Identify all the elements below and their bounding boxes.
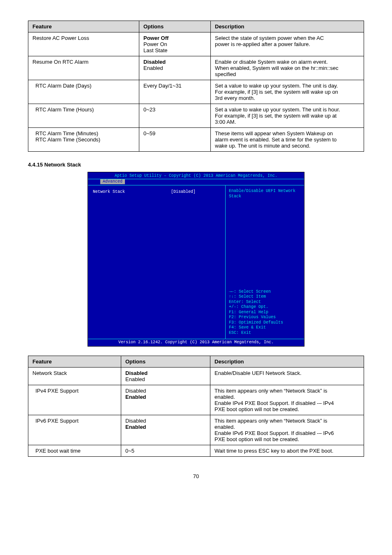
cell-feature: RTC Alarm Date (Days) bbox=[28, 80, 139, 104]
bios-key: F4: Save & Exit bbox=[229, 325, 301, 331]
cell-options: Power Off Power On Last State bbox=[139, 32, 211, 56]
cell-feature: IPv6 PXE Support bbox=[28, 415, 121, 445]
col-header-options: Options bbox=[139, 21, 211, 32]
cell-options: 0~59 bbox=[139, 128, 211, 152]
bios-setting-row[interactable]: Network Stack [Disabled] bbox=[93, 190, 220, 195]
cell-feature: RTC Alarm Time (Hours) bbox=[28, 104, 139, 128]
table-row: PXE boot wait time 0~5 Wait time to pres… bbox=[28, 445, 364, 456]
bios-footer: Version 2.16.1242. Copyright (C) 2013 Am… bbox=[88, 339, 304, 346]
col-header-description: Description bbox=[211, 21, 364, 32]
bios-key: F2: Previous Values bbox=[229, 315, 301, 320]
bios-left-pane: Network Stack [Disabled] bbox=[88, 185, 225, 339]
bios-key: ESC: Exit bbox=[229, 331, 301, 336]
cell-desc: Select the state of system power when th… bbox=[211, 32, 364, 56]
cell-desc: Set a value to wake up your system. The … bbox=[211, 104, 364, 128]
cell-options: 0~5 bbox=[121, 445, 210, 456]
options-table-1: Feature Options Description Restore AC P… bbox=[28, 21, 364, 152]
cell-options: Disabled Enabled bbox=[121, 385, 210, 415]
cell-options: 0~23 bbox=[139, 104, 211, 128]
bios-key: F1: General Help bbox=[229, 310, 301, 315]
cell-feature: RTC Alarm Time (Minutes) RTC Alarm Time … bbox=[28, 128, 139, 152]
bios-key: F3: Optimized Defaults bbox=[229, 320, 301, 326]
bios-tab-advanced[interactable]: Advanced bbox=[100, 179, 125, 185]
col-header-feature: Feature bbox=[28, 21, 139, 32]
table-row: IPv4 PXE Support Disabled Enabled This i… bbox=[28, 385, 364, 415]
cell-desc: Set a value to wake up your system. The … bbox=[211, 80, 364, 104]
table-row: Restore AC Power Loss Power Off Power On… bbox=[28, 32, 364, 56]
col-header-feature: Feature bbox=[28, 356, 121, 367]
cell-desc: Wait time to press ESC key to abort the … bbox=[210, 445, 364, 456]
bios-help-text: Enable/Disable UEFI Network Stack bbox=[229, 189, 301, 199]
options-table-2-final: Feature Options Description Network Stac… bbox=[28, 356, 364, 457]
bios-setting-value: [Disabled] bbox=[171, 190, 220, 195]
table-row: RTC Alarm Time (Hours) 0~23 Set a value … bbox=[28, 104, 364, 128]
bios-key-hints: →←: Select Screen ↑↓: Select Item Enter:… bbox=[229, 289, 301, 336]
bios-screenshot: Aptio Setup Utility – Copyright (C) 2013… bbox=[88, 172, 304, 347]
cell-options: Every Day/1~31 bbox=[139, 80, 211, 104]
col-header-description: Description bbox=[210, 356, 364, 367]
page-number: 70 bbox=[28, 473, 364, 479]
cell-feature: IPv4 PXE Support bbox=[28, 385, 121, 415]
bios-key: +/-: Change Opt. bbox=[229, 305, 301, 310]
table-row: RTC Alarm Date (Days) Every Day/1~31 Set… bbox=[28, 80, 364, 104]
cell-feature: Resume On RTC Alarm bbox=[28, 56, 139, 80]
cell-feature: PXE boot wait time bbox=[28, 445, 121, 456]
cell-desc: These items will appear when System Wake… bbox=[211, 128, 364, 152]
cell-desc: This item appears only when “Network Sta… bbox=[210, 415, 364, 445]
cell-options: Disabled Enabled bbox=[121, 415, 210, 445]
table-row: Network Stack Disabled Enabled Enable/Di… bbox=[28, 367, 364, 385]
col-header-options: Options bbox=[121, 356, 210, 367]
cell-desc: This item appears only when “Network Sta… bbox=[210, 385, 364, 415]
cell-feature: Restore AC Power Loss bbox=[28, 32, 139, 56]
bios-key: ↑↓: Select Item bbox=[229, 294, 301, 300]
bios-setting-label: Network Stack bbox=[93, 190, 171, 195]
cell-options: Disabled Enabled bbox=[121, 367, 210, 385]
bios-title: Aptio Setup Utility – Copyright (C) 2013… bbox=[88, 172, 304, 179]
cell-feature: Network Stack bbox=[28, 367, 121, 385]
section-title: 4.4.15 Network Stack bbox=[28, 162, 364, 168]
cell-desc: Enable/Disable UEFI Network Stack. bbox=[210, 367, 364, 385]
table-row: Resume On RTC Alarm Disabled Enabled Ena… bbox=[28, 56, 364, 80]
bios-key: Enter: Select bbox=[229, 300, 301, 305]
cell-options: Disabled Enabled bbox=[139, 56, 211, 80]
bios-key: →←: Select Screen bbox=[229, 289, 301, 295]
table-row: RTC Alarm Time (Minutes) RTC Alarm Time … bbox=[28, 128, 364, 152]
bios-right-pane: Enable/Disable UEFI Network Stack →←: Se… bbox=[225, 185, 304, 339]
cell-desc: Enable or disable System wake on alarm e… bbox=[211, 56, 364, 80]
table-row: IPv6 PXE Support Disabled Enabled This i… bbox=[28, 415, 364, 445]
bios-tabrow: Advanced bbox=[88, 179, 304, 185]
